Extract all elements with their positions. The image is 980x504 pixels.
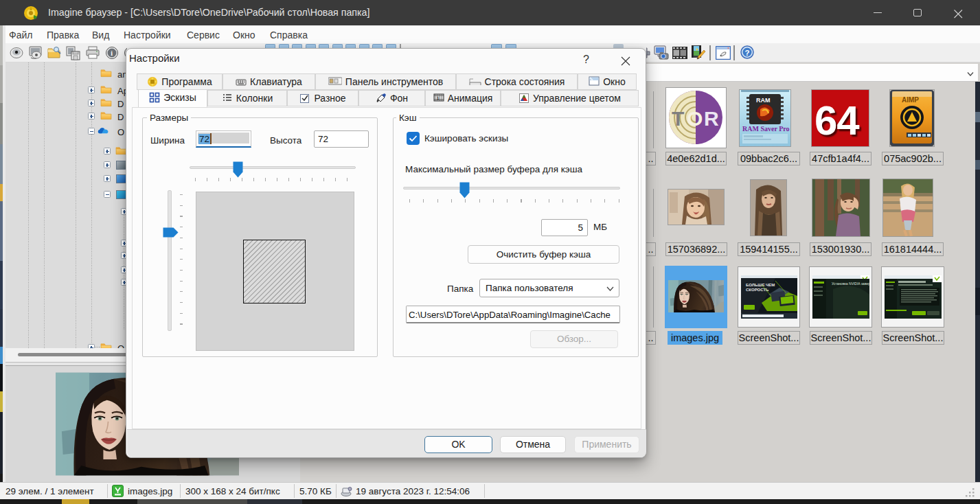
svg-text:БОЛЬШЕ ЧЕМ: БОЛЬШЕ ЧЕМ bbox=[746, 283, 775, 287]
svg-text:R: R bbox=[704, 107, 719, 130]
svg-text:?: ? bbox=[744, 49, 749, 57]
svg-text:T: T bbox=[672, 107, 684, 130]
svg-text:O: O bbox=[687, 107, 703, 130]
svg-text:AIMP: AIMP bbox=[902, 96, 919, 104]
svg-text:RAM: RAM bbox=[756, 97, 771, 104]
svg-text:RAM Saver Pro: RAM Saver Pro bbox=[742, 125, 790, 133]
svg-text:i: i bbox=[111, 49, 113, 57]
svg-text:Установка NVIDIA завершена: Установка NVIDIA завершена bbox=[832, 282, 869, 286]
